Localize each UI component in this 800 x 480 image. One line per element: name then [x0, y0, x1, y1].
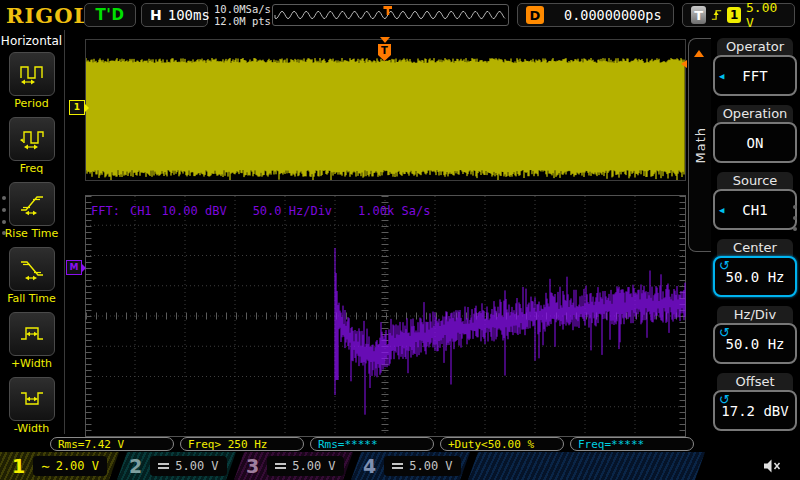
channel-1-block[interactable]: 1 ∼ 2.00 V [0, 452, 119, 480]
channel-2-scale: 5.00 V [175, 459, 218, 473]
dc-coupling-icon [158, 463, 169, 469]
menu-item-hzdiv[interactable]: Hz/Div ↺ 50.0 Hz [713, 306, 797, 364]
channel-2-block[interactable]: 2 5.00 V [117, 452, 236, 480]
left-page-dot [2, 196, 6, 200]
math-menu-tab[interactable]: Math [688, 38, 711, 252]
channel-3-scale: 5.00 V [292, 459, 335, 473]
h-label: H [150, 7, 162, 23]
timebase-value: 100ms [168, 7, 210, 23]
menu-page-arrow-icon [694, 50, 704, 57]
channel-1-scale: 2.00 V [56, 459, 99, 473]
left-page-dot [2, 231, 6, 235]
fft-label: FFT: [91, 204, 120, 218]
ch1-level-marker[interactable]: 1 [69, 100, 85, 115]
rigol-logo: RIGOL [6, 3, 89, 28]
channel-4-block[interactable]: 4 5.00 V [351, 452, 470, 480]
channel-2-number: 2 [129, 455, 142, 477]
submenu-arrow-icon: ◀ [719, 205, 724, 215]
speaker-muted-icon [762, 457, 782, 475]
waveform-preview[interactable] [272, 4, 509, 26]
menu-item-label: Offset [717, 373, 793, 390]
menu-item-value: 50.0 Hz [725, 269, 784, 285]
trigger-level-value: 5.00 V [746, 0, 786, 30]
menu-item-operator[interactable]: Operator ◀ FFT [713, 38, 797, 96]
horizontal-timebase-box[interactable]: H 100ms [141, 3, 208, 27]
menu-item-source[interactable]: Source ◀ CH1 [713, 172, 797, 230]
plus-width-icon [19, 322, 45, 346]
menu-item-label: Hz/Div [717, 306, 793, 323]
trigger-position-flag[interactable]: T [378, 37, 391, 61]
left-menu-item-label: +Width [0, 357, 63, 370]
left-menu-item-fall-time[interactable]: Fall Time [0, 247, 63, 305]
fft-header: FFT: CH1 10.00 dBV 50.0 Hz/Div 1.00k Sa/… [91, 204, 430, 218]
menu-item-center[interactable]: Center ↺ 50.0 Hz [713, 239, 797, 297]
knob-icon: ↺ [719, 392, 730, 407]
left-menu-item-label: Rise Time [0, 227, 63, 240]
trigger-label: T [691, 6, 706, 24]
menu-item-value: 50.0 Hz [725, 336, 784, 352]
channel-3-block[interactable]: 3 5.00 V [234, 452, 353, 480]
fft-vertical-scale: 10.00 dBV [162, 204, 227, 218]
acquisition-info: 10.0MSa/s 12.0M pts [214, 3, 271, 27]
right-page-dot [793, 216, 797, 220]
measurement-1: Freq> 250 Hz [180, 437, 304, 451]
menu-item-value: ON [747, 135, 764, 151]
menu-item-value: CH1 [742, 202, 767, 218]
trigger-status-badge: T'D [84, 3, 136, 27]
channel-3-number: 3 [246, 455, 259, 477]
channel-4-scale: 5.00 V [409, 459, 452, 473]
channel-bar-filler [468, 452, 705, 480]
left-menu-item-label: -Width [0, 422, 63, 435]
rising-edge-icon [711, 7, 722, 23]
math-menu-panel: Operator ◀ FFT Operation ON Source ◀ CH1… [712, 32, 800, 460]
delay-box[interactable]: D 0.00000000ps [517, 3, 674, 27]
left-menu-item-label: Freq [0, 162, 63, 175]
left-menu-title: Horizontal [0, 32, 63, 52]
fft-window: FFT: CH1 10.00 dBV 50.0 Hz/Div 1.00k Sa/… [85, 195, 686, 437]
ch1-marker-label: 1 [74, 102, 80, 112]
left-menu-item-minus-width[interactable]: -Width [0, 377, 63, 435]
math-level-marker[interactable]: M [66, 260, 82, 275]
marker-arrow-icon [84, 103, 89, 113]
top-status-bar: RIGOL T'D H 100ms 10.0MSa/s 12.0M pts D … [0, 0, 800, 30]
marker-arrow-icon [81, 263, 86, 273]
menu-item-offset[interactable]: Offset ↺ 17.2 dBV [713, 373, 797, 431]
measurement-4: Freq=***** [570, 437, 694, 451]
sound-block[interactable] [703, 452, 800, 480]
trigger-position-arrow-icon [380, 37, 390, 43]
knob-icon: ↺ [719, 258, 730, 273]
fft-sample-rate: 1.00k Sa/s [358, 204, 430, 218]
ac-coupling-icon: ∼ [41, 461, 49, 471]
delay-label: D [526, 6, 544, 24]
minus-width-icon [19, 387, 45, 411]
channel-4-settings: 5.00 V [384, 456, 460, 476]
math-marker-label: M [70, 262, 79, 272]
dc-coupling-icon [275, 463, 286, 469]
menu-item-value: FFT [742, 68, 767, 84]
right-page-dot [793, 227, 797, 231]
dc-coupling-icon [392, 463, 403, 469]
menu-item-label: Operator [717, 38, 793, 55]
fall-time-icon [19, 257, 45, 281]
trigger-box[interactable]: T 1 5.00 V [682, 3, 795, 27]
rise-time-icon [19, 192, 45, 216]
oscilloscope-screen: RIGOL T'D H 100ms 10.0MSa/s 12.0M pts D … [0, 0, 800, 480]
left-menu-item-period[interactable]: Period [0, 52, 63, 110]
knob-icon: ↺ [719, 325, 730, 340]
left-menu-item-plus-width[interactable]: +Width [0, 312, 63, 370]
memory-depth-value: 12.0M pts [214, 15, 271, 27]
menu-item-label: Center [717, 239, 793, 256]
left-menu-item-freq[interactable]: Freq [0, 117, 63, 175]
horizontal-measure-menu: Horizontal Period Freq [0, 32, 63, 442]
trigger-flag-icon: T [378, 44, 391, 61]
menu-item-operation[interactable]: Operation ON [713, 105, 797, 163]
freq-icon [19, 127, 45, 151]
period-icon [19, 62, 45, 86]
left-menu-item-rise-time[interactable]: Rise Time [0, 182, 63, 240]
measurement-0: Rms=7.42 V [50, 437, 174, 451]
channel-3-settings: 5.00 V [267, 456, 343, 476]
left-menu-item-label: Period [0, 97, 63, 110]
fft-trace [85, 195, 686, 437]
measurement-2: Rms=***** [310, 437, 434, 451]
channel-1-number: 1 [12, 455, 25, 477]
